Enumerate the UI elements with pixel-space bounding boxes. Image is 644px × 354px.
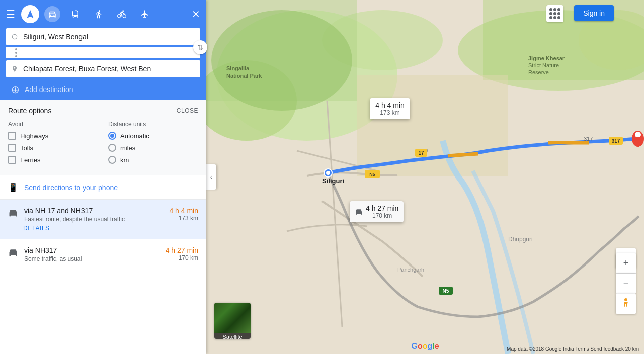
send-directions-label: Send directions to your phone <box>24 184 118 192</box>
add-destination-row[interactable]: ⊕ Add destination <box>6 79 200 100</box>
app-dot <box>553 16 556 19</box>
svg-text:N5: N5 <box>369 172 375 177</box>
svg-point-5 <box>11 253 12 254</box>
route-item-2[interactable]: via NH317 Some traffic, as usual 4 h 27 … <box>0 239 206 272</box>
avoid-highways-item[interactable]: Highways <box>8 132 98 140</box>
transport-transit-btn[interactable] <box>67 6 84 22</box>
menu-icon[interactable]: ☰ <box>6 8 15 20</box>
dest-row <box>6 60 200 77</box>
svg-text:Siliguri: Siliguri <box>322 177 344 185</box>
distance-units-title: Distance units <box>108 121 198 128</box>
route1-info: via NH 17 and NH317 Fastest route, despi… <box>24 207 169 223</box>
highways-label: Highways <box>20 132 48 140</box>
route1-desc: Fastest route, despite the usual traffic <box>24 216 169 223</box>
distance-units-col: Distance units Automatic miles km <box>108 121 198 168</box>
options-grid: Avoid Highways Tolls Ferries Distance un… <box>8 121 198 168</box>
unit-km-item[interactable]: km <box>108 156 198 164</box>
sign-in-button[interactable]: Sign in <box>574 5 614 21</box>
street-view-button[interactable] <box>616 294 636 314</box>
origin-row <box>6 28 200 45</box>
automatic-radio[interactable] <box>108 132 116 140</box>
zoom-out-button[interactable]: − <box>616 274 636 294</box>
callout2-info: 4 h 27 min 170 km <box>366 204 398 219</box>
route2-via: via NH317 <box>24 246 166 254</box>
callout2-time: 4 h 27 min <box>366 204 398 212</box>
unit-automatic-item[interactable]: Automatic <box>108 132 198 140</box>
svg-text:National Park: National Park <box>226 73 262 79</box>
svg-text:Dhupguri: Dhupguri <box>508 236 533 243</box>
dest-pin-icon <box>11 65 18 72</box>
origin-input[interactable] <box>23 33 195 41</box>
callout1-dist: 173 km <box>375 109 405 116</box>
route-item-1[interactable]: via NH 17 and NH317 Fastest route, despi… <box>0 200 206 239</box>
ferries-label: Ferries <box>20 156 40 164</box>
map-area[interactable]: Siliguri Chilapata Forest 17 317 17 317 … <box>206 0 644 354</box>
tolls-checkbox[interactable] <box>8 144 16 152</box>
avoid-ferries-item[interactable]: Ferries <box>8 156 98 164</box>
close-button[interactable]: ✕ <box>192 8 200 20</box>
apps-button[interactable] <box>546 5 564 22</box>
km-radio[interactable] <box>108 156 116 164</box>
transport-icons <box>44 6 192 22</box>
app-dot <box>557 8 560 11</box>
svg-point-40 <box>357 212 358 213</box>
svg-text:Panchgarh: Panchgarh <box>397 267 424 273</box>
route2-header: via NH317 Some traffic, as usual 4 h 27 … <box>8 246 198 262</box>
route-callout-2[interactable]: 4 h 27 min 170 km <box>350 201 404 222</box>
transport-bike-btn[interactable] <box>114 6 130 22</box>
route-options-panel: Route options CLOSE Avoid Highways Tolls… <box>0 100 206 175</box>
ferries-checkbox[interactable] <box>8 156 16 164</box>
app-dot <box>549 16 552 19</box>
unit-miles-item[interactable]: miles <box>108 144 198 152</box>
avoid-col: Avoid Highways Tolls Ferries <box>8 121 98 168</box>
svg-text:317: 317 <box>584 136 593 142</box>
svg-point-0 <box>50 15 51 16</box>
miles-radio[interactable] <box>108 144 116 152</box>
svg-point-41 <box>360 212 361 213</box>
connector <box>6 47 200 58</box>
top-bar: ☰ <box>6 5 200 23</box>
route2-info: via NH317 Some traffic, as usual <box>24 246 166 262</box>
highways-checkbox[interactable] <box>8 132 16 140</box>
tolls-label: Tolls <box>20 144 33 152</box>
route2-time-dist: 4 h 27 min 170 km <box>166 246 198 261</box>
routes-list: via NH 17 and NH317 Fastest route, despi… <box>0 200 206 354</box>
route-callout-1[interactable]: 4 h 4 min 173 km <box>370 98 410 119</box>
swap-button[interactable]: ⇅ <box>193 40 207 54</box>
transport-walk-btn[interactable] <box>91 6 107 22</box>
svg-point-42 <box>624 298 627 301</box>
send-directions-icon: 📱 <box>8 183 18 192</box>
route1-time: 4 h 4 min <box>169 207 198 215</box>
pegman-icon <box>620 298 632 310</box>
collapse-panel-button[interactable]: ‹ <box>206 164 216 190</box>
route1-time-dist: 4 h 4 min 173 km <box>169 207 198 222</box>
callout1-time: 4 h 4 min <box>375 101 405 109</box>
svg-text:317: 317 <box>612 138 620 144</box>
left-panel: ☰ <box>0 0 206 354</box>
svg-text:Jigme Khesar: Jigme Khesar <box>528 55 565 61</box>
map-info-bar: Map data ©2018 Google India Terms Send f… <box>206 344 644 354</box>
navigation-icon <box>21 5 39 23</box>
route-options-title: Route options <box>8 107 51 115</box>
satellite-thumbnail[interactable]: Satellite <box>214 303 251 339</box>
zoom-in-button[interactable]: + <box>616 253 636 274</box>
route1-car-icon <box>8 208 18 218</box>
route2-time: 4 h 27 min <box>166 246 198 254</box>
origin-dot-icon <box>11 33 18 40</box>
send-directions-row[interactable]: 📱 Send directions to your phone <box>0 175 206 200</box>
close-options-button[interactable]: CLOSE <box>177 107 198 114</box>
svg-point-12 <box>211 10 352 111</box>
destination-input[interactable] <box>23 65 195 73</box>
svg-text:Singalila: Singalila <box>226 65 250 71</box>
avoid-tolls-item[interactable]: Tolls <box>8 144 98 152</box>
svg-point-1 <box>53 15 54 16</box>
route1-details-link[interactable]: DETAILS <box>23 225 198 232</box>
app-dot <box>557 16 560 19</box>
header: ☰ <box>0 0 206 100</box>
route2-desc: Some traffic, as usual <box>24 255 166 262</box>
route1-via: via NH 17 and NH317 <box>24 207 169 215</box>
svg-point-6 <box>15 253 16 254</box>
app-dot <box>553 12 556 15</box>
transport-fly-btn[interactable] <box>137 6 153 22</box>
transport-drive-btn[interactable] <box>44 6 60 22</box>
